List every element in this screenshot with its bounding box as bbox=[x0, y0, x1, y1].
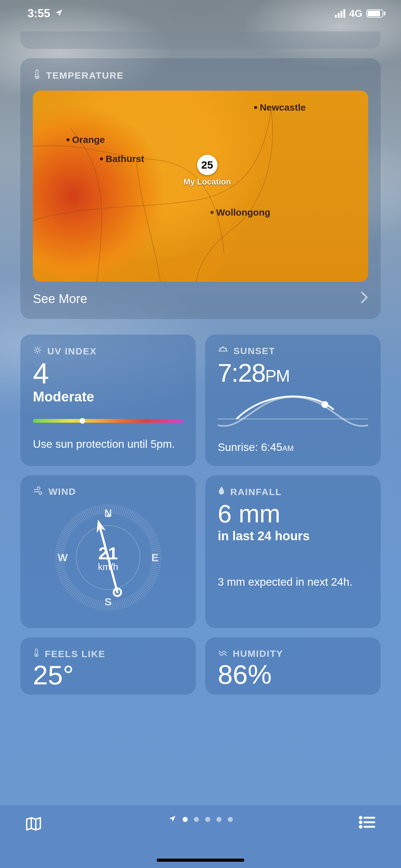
svg-point-1 bbox=[36, 348, 39, 351]
wind-compass: N S W E 21 km/h bbox=[50, 499, 166, 615]
map-city-orange: Orange bbox=[66, 134, 105, 145]
rainfall-period: in last 24 hours bbox=[218, 529, 368, 543]
humidity-label: HUMIDITY bbox=[233, 648, 283, 659]
thermometer-icon bbox=[33, 69, 41, 82]
uv-level: Moderate bbox=[33, 389, 183, 405]
page-dot-2[interactable] bbox=[194, 817, 199, 822]
droplet-icon bbox=[218, 486, 225, 498]
battery-icon bbox=[366, 9, 385, 18]
map-button[interactable] bbox=[25, 815, 42, 834]
sunset-tile[interactable]: SUNSET 7:28PM Sunrise: 6:45AM bbox=[205, 335, 381, 466]
chevron-right-icon bbox=[361, 291, 368, 307]
map-city-wollongong: Wollongong bbox=[211, 207, 270, 218]
uv-advice: Use sun protection until 5pm. bbox=[33, 436, 183, 451]
wind-tile[interactable]: WIND N S bbox=[20, 475, 196, 628]
cellular-signal-icon bbox=[335, 9, 345, 18]
map-city-bathurst: Bathurst bbox=[100, 154, 144, 164]
svg-point-0 bbox=[36, 76, 38, 78]
status-bar: 3:55 4G bbox=[0, 0, 401, 23]
uv-label: UV INDEX bbox=[47, 346, 97, 356]
bottom-toolbar bbox=[0, 805, 401, 868]
page-dot-4[interactable] bbox=[216, 817, 221, 822]
map-my-location-pin[interactable]: 25 My Location bbox=[184, 155, 231, 187]
pin-temperature: 25 bbox=[201, 159, 213, 171]
page-dot-1[interactable] bbox=[183, 817, 188, 822]
see-more-label: See More bbox=[33, 292, 87, 306]
see-more-row[interactable]: See More bbox=[33, 291, 368, 307]
network-label: 4G bbox=[349, 8, 363, 20]
svg-point-11 bbox=[360, 817, 362, 819]
page-dots[interactable] bbox=[168, 815, 233, 824]
pin-label: My Location bbox=[184, 177, 231, 187]
map-city-newcastle: Newcastle bbox=[254, 102, 306, 113]
temperature-card[interactable]: TEMPERATURE Newcastle Orange Bathurst Wo… bbox=[20, 58, 381, 319]
uv-value: 4 bbox=[33, 359, 183, 388]
feels-like-value: 25° bbox=[33, 661, 183, 688]
location-page-icon[interactable] bbox=[168, 815, 176, 824]
thermometer-icon bbox=[33, 648, 40, 660]
rainfall-value: 6 mm bbox=[218, 499, 368, 528]
list-button[interactable] bbox=[359, 815, 376, 831]
home-indicator[interactable] bbox=[157, 859, 244, 862]
wind-label: WIND bbox=[49, 486, 76, 497]
feels-like-label: FEELS LIKE bbox=[45, 649, 105, 659]
sunset-icon bbox=[218, 345, 228, 356]
sun-path-curve bbox=[218, 391, 368, 435]
uv-scale-bar bbox=[33, 419, 183, 423]
temperature-map[interactable]: Newcastle Orange Bathurst Wollongong 25 … bbox=[33, 91, 368, 282]
feels-like-tile[interactable]: FEELS LIKE 25° bbox=[20, 638, 196, 695]
wind-unit: km/h bbox=[98, 561, 118, 572]
sun-icon bbox=[33, 345, 42, 357]
uv-index-tile[interactable]: UV INDEX 4 Moderate Use sun protection u… bbox=[20, 335, 196, 466]
page-dot-3[interactable] bbox=[205, 817, 210, 822]
svg-point-12 bbox=[360, 821, 362, 823]
rainfall-label: RAINFALL bbox=[230, 487, 282, 497]
svg-point-13 bbox=[360, 826, 362, 828]
humidity-icon bbox=[218, 648, 228, 659]
sunset-label: SUNSET bbox=[234, 346, 275, 356]
status-time: 3:55 bbox=[28, 7, 50, 20]
location-services-icon bbox=[55, 7, 63, 20]
svg-point-3 bbox=[321, 401, 328, 408]
humidity-value: 86% bbox=[218, 661, 368, 688]
sunset-time: 7:28PM bbox=[218, 358, 368, 388]
wind-speed: 21 bbox=[98, 543, 118, 563]
svg-point-10 bbox=[35, 654, 37, 656]
rainfall-forecast: 3 mm expected in next 24h. bbox=[218, 575, 368, 589]
rainfall-tile[interactable]: RAINFALL 6 mm in last 24 hours 3 mm expe… bbox=[205, 475, 381, 628]
previous-card-edge[interactable] bbox=[20, 31, 381, 49]
uv-marker bbox=[80, 418, 85, 424]
sunrise-line: Sunrise: 6:45AM bbox=[218, 441, 368, 454]
humidity-tile[interactable]: HUMIDITY 86% bbox=[205, 638, 381, 695]
temperature-label: TEMPERATURE bbox=[46, 70, 124, 81]
page-dot-5[interactable] bbox=[228, 817, 233, 822]
wind-icon bbox=[33, 486, 43, 497]
